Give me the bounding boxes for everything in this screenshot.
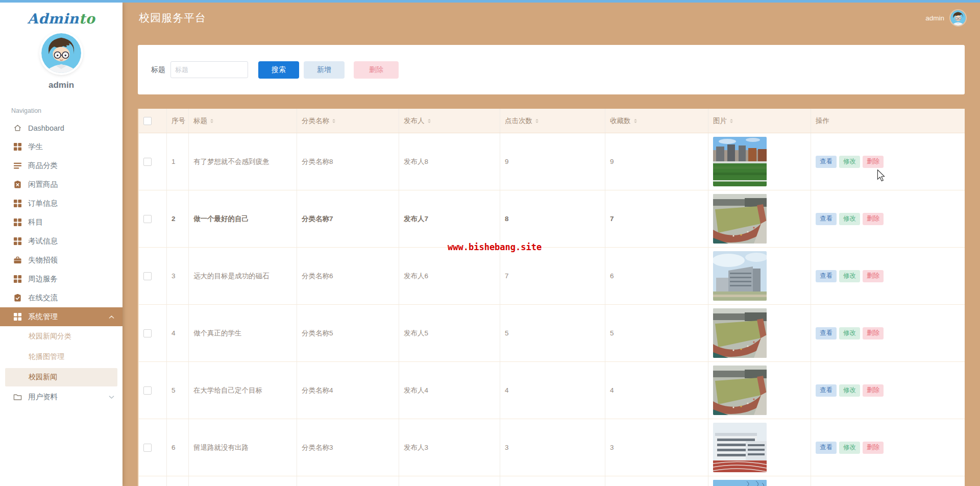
sky-photo[interactable] xyxy=(713,480,767,486)
stadium-track-photo[interactable] xyxy=(713,194,767,244)
cell-no: 3 xyxy=(167,248,189,304)
sidebar-subitem-label: 校园新闻分类 xyxy=(29,332,71,341)
sort-icon[interactable] xyxy=(730,119,733,123)
row-checkbox-cell xyxy=(138,305,167,361)
column-header-序号: 序号 xyxy=(167,109,189,133)
view-button[interactable]: 查看 xyxy=(816,442,837,454)
cell-publisher: 发布人4 xyxy=(399,362,500,419)
row-checkbox[interactable] xyxy=(143,386,152,395)
cell-text: 远大的目标是成功的磁石 xyxy=(193,272,270,281)
sidebar-item-闲置商品[interactable]: 闲置商品 xyxy=(0,175,122,194)
column-header-label: 分类名称 xyxy=(302,116,329,126)
cell-publisher: 发布人5 xyxy=(399,305,500,361)
clipboard-check-icon xyxy=(13,294,22,302)
row-checkbox[interactable] xyxy=(143,158,152,166)
delete-row-button[interactable]: 删除 xyxy=(863,213,884,225)
cell-text: 发布人5 xyxy=(404,329,428,338)
sidebar-item-考试信息[interactable]: 考试信息 xyxy=(0,232,122,251)
sidebar-subitem-校园新闻[interactable]: 校园新闻 xyxy=(5,368,117,386)
edit-button[interactable]: 修改 xyxy=(839,270,860,282)
row-checkbox[interactable] xyxy=(143,329,152,337)
row-checkbox[interactable] xyxy=(143,215,152,223)
sidebar-item-商品分类[interactable]: 商品分类 xyxy=(0,156,122,175)
grid-icon xyxy=(13,312,22,321)
delete-row-button[interactable]: 删除 xyxy=(863,442,884,454)
cell-text: 7 xyxy=(505,272,509,280)
cell-clicks: 3 xyxy=(500,419,605,476)
view-button[interactable]: 查看 xyxy=(816,384,837,397)
header-user-menu[interactable]: admin xyxy=(925,3,966,33)
white-building-track-photo[interactable] xyxy=(713,423,767,472)
sidebar-username: admin xyxy=(0,80,122,90)
sidebar-item-label: 科目 xyxy=(28,217,43,227)
column-header-label: 发布人 xyxy=(404,116,425,126)
cell-actions: 查看修改删除 xyxy=(811,133,965,190)
delete-button[interactable]: 删除 xyxy=(354,61,399,79)
sidebar-item-label: 考试信息 xyxy=(28,236,58,246)
sidebar-item-label: 周边服务 xyxy=(28,274,58,284)
view-button[interactable]: 查看 xyxy=(816,270,837,282)
sidebar-item-label: 商品分类 xyxy=(28,161,58,171)
sidebar-item-科目[interactable]: 科目 xyxy=(0,213,122,232)
edit-button[interactable]: 修改 xyxy=(839,384,860,397)
page-title: 校园服务平台 xyxy=(139,11,206,25)
row-checkbox[interactable] xyxy=(143,444,152,452)
edit-button[interactable]: 修改 xyxy=(839,327,860,339)
table-body: 1有了梦想就不会感到疲惫分类名称8发布人899查看修改删除2做一个最好的自己分类… xyxy=(138,133,965,486)
delete-row-button[interactable]: 删除 xyxy=(863,156,884,168)
column-header-label: 标题 xyxy=(193,116,207,126)
folder-icon xyxy=(13,393,22,401)
modern-building-photo[interactable] xyxy=(713,251,767,301)
edit-button[interactable]: 修改 xyxy=(839,213,860,225)
sidebar-item-label: 学生 xyxy=(28,142,43,152)
grid-icon xyxy=(13,199,22,208)
sidebar-subitem-校园新闻分类[interactable]: 校园新闻分类 xyxy=(0,326,122,347)
view-button[interactable]: 查看 xyxy=(816,327,837,339)
view-button[interactable]: 查看 xyxy=(816,156,837,168)
sidebar-item-订单信息[interactable]: 订单信息 xyxy=(0,194,122,213)
home-icon xyxy=(13,124,22,132)
view-button[interactable]: 查看 xyxy=(816,213,837,225)
cell-text: 发布人8 xyxy=(404,157,428,166)
edit-button[interactable]: 修改 xyxy=(839,442,860,454)
delete-row-button[interactable]: 删除 xyxy=(863,270,884,282)
row-checkbox[interactable] xyxy=(143,272,152,280)
sidebar-item-label: 失物招领 xyxy=(28,255,58,265)
sort-icon[interactable] xyxy=(210,119,213,123)
column-header-图片: 图片 xyxy=(708,109,811,133)
sidebar-item-Dashboard[interactable]: Dashboard xyxy=(0,118,122,137)
sidebar-subitem-label: 轮播图管理 xyxy=(29,352,64,361)
sort-icon[interactable] xyxy=(428,119,431,123)
sidebar-item-学生[interactable]: 学生 xyxy=(0,137,122,156)
edit-button[interactable]: 修改 xyxy=(839,156,860,168)
sidebar-item-失物招领[interactable]: 失物招领 xyxy=(0,251,122,270)
title-search-input[interactable] xyxy=(170,61,248,78)
cell-no: 4 xyxy=(167,305,189,361)
sidebar-subitem-轮播图管理[interactable]: 轮播图管理 xyxy=(0,347,122,367)
campus-field-photo[interactable] xyxy=(713,137,767,186)
cell-actions: 查看修改删除 xyxy=(811,362,965,419)
sidebar-item-用户资料[interactable]: 用户资料 xyxy=(0,387,122,406)
sidebar-item-系统管理[interactable]: 系统管理 xyxy=(0,307,122,326)
delete-row-button[interactable]: 删除 xyxy=(863,327,884,339)
cell-actions xyxy=(811,476,965,486)
sort-icon[interactable] xyxy=(634,119,637,123)
cell-clicks: 5 xyxy=(500,305,605,361)
user-avatar-small[interactable] xyxy=(950,10,966,26)
sort-icon[interactable] xyxy=(535,119,538,123)
cell-actions: 查看修改删除 xyxy=(811,305,965,361)
add-button[interactable]: 新增 xyxy=(304,61,345,79)
sidebar-item-在线交流[interactable]: 在线交流 xyxy=(0,288,122,307)
chevron-down-icon xyxy=(109,395,114,399)
sidebar-item-周边服务[interactable]: 周边服务 xyxy=(0,270,122,288)
user-avatar-large[interactable] xyxy=(41,33,81,73)
stadium-track-photo[interactable] xyxy=(713,366,767,415)
delete-row-button[interactable]: 删除 xyxy=(863,384,884,397)
cell-no: 2 xyxy=(167,190,189,247)
column-header-收藏数: 收藏数 xyxy=(605,109,708,133)
cell-text: 4 xyxy=(505,386,509,394)
select-all-checkbox[interactable] xyxy=(143,117,152,125)
search-button[interactable]: 搜索 xyxy=(258,61,299,79)
stadium-track-photo[interactable] xyxy=(713,308,767,358)
sort-icon[interactable] xyxy=(332,119,335,123)
